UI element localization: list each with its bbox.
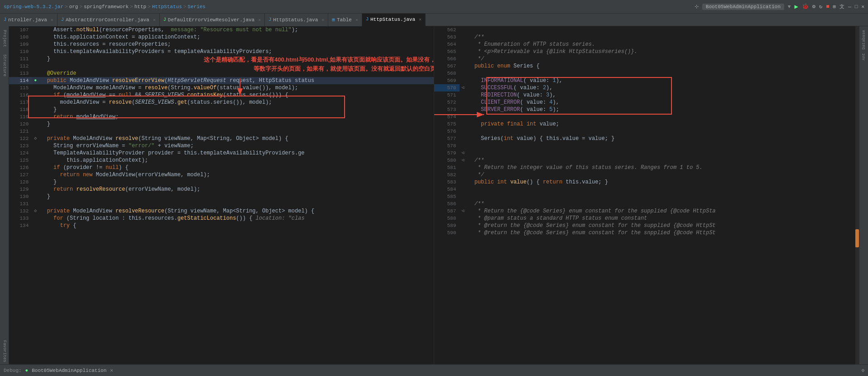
tab-close-6[interactable]: ✕ <box>419 17 422 22</box>
sidebar-ant-label[interactable]: Ant <box>862 53 866 60</box>
breadcrumb-http[interactable]: http <box>134 4 146 10</box>
table-row: 581 * Return the integer value of this s… <box>434 164 859 171</box>
table-row: 569 INFORMATIONAL( value: 1), <box>434 77 859 84</box>
table-row: 124 TemplateAvailabilityProvider provide… <box>9 149 434 157</box>
left-sidebar: Project Structure Favorites <box>0 26 9 364</box>
maximize-btn[interactable]: □ <box>855 4 858 10</box>
close-btn[interactable]: ✕ <box>861 4 864 10</box>
right-sidebar: Database Ant <box>859 26 868 364</box>
sidebar-project-label[interactable]: Project <box>2 28 7 49</box>
table-row: 122 ◇ private ModelAndView resolve(Strin… <box>9 135 434 142</box>
sidebar-structure-label[interactable]: Structure <box>2 53 7 78</box>
table-row: 563 /** <box>434 34 859 41</box>
table-row: 577 Series(int value) { this.value = val… <box>434 135 859 142</box>
sidebar-database-label[interactable]: Database <box>862 30 866 49</box>
table-row: 571 REDIRECTION( value: 3), <box>434 92 859 99</box>
sidebar-favorites-label[interactable]: Favorites <box>2 338 7 364</box>
left-code-area[interactable]: 107 Assert.notNull(resourceProperties, m… <box>9 26 434 364</box>
translate-icon[interactable]: 文 <box>839 3 844 10</box>
table-row: 579 ◁ <box>434 149 859 157</box>
run-config-label[interactable]: Boot05WebAdminApplication <box>702 4 784 10</box>
right-code-panel: 562 563 /** 564 * Enumeration of HTTP st… <box>434 26 859 364</box>
table-row: 130 } <box>9 193 434 200</box>
tab-abstract-error[interactable]: J AbstractErrorController.java ✕ <box>58 14 160 26</box>
cursor-icon: ⊹ <box>695 4 699 10</box>
table-row: 129 return resolveResource(errorViewName… <box>9 186 434 193</box>
right-scrollbar[interactable] <box>855 26 859 364</box>
table-row: 587 ◁ * Return the {@code Series} enum c… <box>434 207 859 215</box>
table-row: 118 } <box>9 106 434 113</box>
table-row: 128 } <box>9 178 434 186</box>
table-row: 111 } <box>9 55 434 63</box>
table-row: 115 ModelAndView modelAndView = resolve(… <box>9 84 434 92</box>
breadcrumb-org[interactable]: org <box>69 4 78 10</box>
minimize-btn[interactable]: — <box>848 4 851 10</box>
table-row: 574 <box>434 113 859 121</box>
right-code-area[interactable]: 562 563 /** 564 * Enumeration of HTTP st… <box>434 26 859 364</box>
tab-close-1[interactable]: ✕ <box>51 17 53 23</box>
tab-ntroller[interactable]: J ntroller.java ✕ <box>0 14 58 26</box>
table-row: 134 try { <box>9 222 434 229</box>
tab-icon-java3: J <box>163 17 166 22</box>
status-debug-label: Debug: <box>4 368 22 373</box>
breadcrumb-springframework[interactable]: springframework <box>84 4 129 10</box>
window-icon1[interactable]: ⊞ <box>833 4 836 10</box>
table-row: 585 <box>434 193 859 200</box>
left-code-table: 107 Assert.notNull(resourceProperties, m… <box>9 26 434 229</box>
table-row: 125 this.applicationContext); <box>9 157 434 164</box>
run-button[interactable]: ▶ <box>794 3 798 10</box>
tab-close-3[interactable]: ✕ <box>258 17 261 23</box>
table-row: 572 CLIENT_ERROR( value: 4), <box>434 99 859 106</box>
tab-icon-java1: J <box>4 17 6 22</box>
scrollbar-thumb[interactable] <box>855 229 859 247</box>
refresh-button[interactable]: ↻ <box>819 3 822 10</box>
table-row: 578 <box>434 142 859 149</box>
breadcrumb-project[interactable]: spring-web-5.3.2.jar <box>4 4 63 10</box>
table-row: 117 modelAndView = resolve(SERIES_VIEWS.… <box>9 99 434 106</box>
table-row: 126 if (provider != null) { <box>9 164 434 171</box>
tab-table[interactable]: ⊞ Table ✕ <box>328 14 362 26</box>
status-app-label[interactable]: Boot05WebAdminApplication <box>32 368 106 373</box>
debug-button[interactable]: 🐞 <box>802 3 809 10</box>
table-row: 583 public int value() { return this.val… <box>434 178 859 186</box>
breadcrumb-series[interactable]: Series <box>187 4 206 10</box>
tab-httpstatus-1[interactable]: J HttpStatus.java ✕ <box>265 14 328 26</box>
build-button[interactable]: ⚙ <box>812 3 815 10</box>
table-row: 582 */ <box>434 171 859 178</box>
table-row: 109 this.resources = resourceProperties; <box>9 41 434 48</box>
tab-close-5[interactable]: ✕ <box>355 17 358 23</box>
tab-close-2[interactable]: ✕ <box>153 17 156 23</box>
status-tab-close[interactable]: ✕ <box>110 367 113 373</box>
table-row: 573 SERVER_ERROR( value: 5); <box>434 106 859 113</box>
table-row: 110 this.templateAvailabilityProviders =… <box>9 48 434 55</box>
table-row: 590 * @return the {@code Series} enum co… <box>434 229 859 236</box>
tab-close-4[interactable]: ✕ <box>321 17 324 23</box>
tab-icon-java4: J <box>269 17 271 22</box>
tab-icon-table: ⊞ <box>332 17 335 23</box>
status-gear-icon[interactable]: ⚙ <box>861 367 864 373</box>
dropdown-arrow-icon[interactable]: ▼ <box>788 4 791 10</box>
table-row: 132 ◇ private ModelAndView resolveResour… <box>9 207 434 215</box>
right-code-table: 562 563 /** 564 * Enumeration of HTTP st… <box>434 26 859 236</box>
table-row: 576 <box>434 128 859 135</box>
stop-button[interactable]: ■ <box>826 4 829 10</box>
table-row: 589 * @return the {@code Series} enum co… <box>434 222 859 229</box>
table-row: 108 this.applicationContext = applicatio… <box>9 34 434 41</box>
table-row: 586 /** <box>434 200 859 207</box>
table-row: 564 * Enumeration of HTTP status series. <box>434 41 859 48</box>
tab-table-label: Table <box>337 17 352 23</box>
table-row: 107 Assert.notNull(resourceProperties, m… <box>9 26 434 34</box>
main-area: Project Structure Favorites 107 Assert.n… <box>0 26 868 364</box>
table-row: 565 * <p>Retrievable via {@link HttpStat… <box>434 48 859 55</box>
table-row: 121 <box>9 128 434 135</box>
table-row: 116 if (modelAndView == null && SERIES_V… <box>9 92 434 99</box>
tab-httpstatus-2[interactable]: J HttpStatus.java ✕ <box>362 14 426 26</box>
table-row: 131 <box>9 200 434 207</box>
tab-toolbar: J ntroller.java ✕ J AbstractErrorControl… <box>0 14 868 26</box>
table-row: 123 String errorViewName = "error/" + vi… <box>9 142 434 149</box>
table-row: 570 ◁ SUCCESSFUL( value: 2), <box>434 84 859 92</box>
status-bar: Debug: ● Boot05WebAdminApplication ✕ ⚙ <box>0 364 868 376</box>
tab-default-error[interactable]: J DefaultErrorViewResolver.java ✕ <box>160 14 265 26</box>
breadcrumb-httpstatus[interactable]: HttpStatus <box>152 4 182 10</box>
table-row: 133 for (String location : this.resource… <box>9 215 434 222</box>
